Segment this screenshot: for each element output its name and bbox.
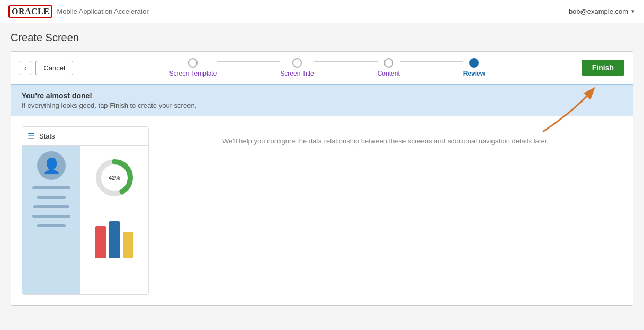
stepper: Screen Template Screen Title Content — [77, 58, 577, 77]
connector-3 — [400, 61, 463, 62]
step-circle-content — [384, 58, 393, 68]
page-title: Create Screen — [11, 32, 633, 44]
donut-chart-container: 42% — [80, 146, 148, 209]
back-button[interactable]: ‹ — [20, 61, 31, 75]
text-line-2 — [37, 196, 66, 199]
avatar-person-icon: 👤 — [42, 157, 61, 175]
bar-chart — [80, 209, 148, 262]
step-label-content: Content — [378, 70, 400, 77]
step-review: Review — [463, 58, 485, 77]
donut-label: 42% — [109, 175, 120, 181]
phone-preview: ☰ Stats 👤 — [22, 126, 149, 295]
step-circle-screen-template — [188, 58, 198, 68]
phone-body: 👤 — [22, 146, 148, 294]
wizard-header: ‹ Cancel Screen Template — [11, 52, 633, 84]
phone-header: ☰ Stats — [22, 127, 148, 146]
phone-left: 👤 — [22, 146, 80, 294]
app-title: Mobile Application Accelerator — [57, 7, 148, 15]
connector-1 — [217, 61, 280, 62]
text-line-1 — [32, 186, 70, 189]
info-text: We'll help you configure the data relati… — [149, 126, 622, 155]
bar-blue — [109, 221, 120, 258]
step-circle-review — [469, 58, 479, 68]
page: Create Screen ‹ Cancel Screen Template — [0, 23, 644, 314]
bar-yellow — [123, 232, 133, 258]
step-label-review: Review — [463, 70, 485, 77]
finish-button[interactable]: Finish — [582, 60, 624, 76]
menu-icon: ☰ — [28, 131, 35, 141]
alert-banner: You're almost done! If everything looks … — [11, 84, 633, 116]
step-screen-title: Screen Title — [280, 58, 314, 77]
wizard-header-actions: ‹ Cancel Screen Template — [20, 58, 624, 77]
phone-header-title: Stats — [39, 132, 55, 140]
bar-red — [95, 226, 106, 258]
oracle-logo: ORACLE — [8, 5, 52, 18]
step-label-screen-template: Screen Template — [169, 70, 217, 77]
wizard-container: ‹ Cancel Screen Template — [11, 51, 633, 306]
right-area: We'll help you configure the data relati… — [149, 126, 622, 295]
step-circle-screen-title — [292, 58, 302, 68]
step-content: Content — [378, 58, 400, 77]
topbar-left: ORACLE Mobile Application Accelerator — [8, 5, 149, 18]
text-line-5 — [37, 224, 66, 227]
step-screen-template: Screen Template — [169, 58, 217, 77]
step-label-screen-title: Screen Title — [280, 70, 314, 77]
steps-group: Screen Template Screen Title Content — [169, 58, 485, 77]
avatar: 👤 — [37, 151, 66, 180]
text-line-3 — [33, 205, 69, 208]
text-line-4 — [32, 215, 70, 218]
connector-2 — [314, 61, 378, 62]
wizard-content: ☰ Stats 👤 — [11, 116, 633, 305]
alert-title: You're almost done! — [22, 91, 622, 100]
alert-text: If everything looks good, tap Finish to … — [22, 102, 622, 109]
cancel-button[interactable]: Cancel — [35, 61, 73, 75]
topbar: ORACLE Mobile Application Accelerator bo… — [0, 0, 644, 23]
chevron-down-icon: ▼ — [630, 8, 636, 14]
user-menu[interactable]: bob@example.com ▼ — [569, 7, 636, 15]
donut-chart: 42% — [93, 157, 136, 199]
user-email: bob@example.com — [569, 7, 628, 15]
phone-right: 42% — [80, 146, 148, 294]
